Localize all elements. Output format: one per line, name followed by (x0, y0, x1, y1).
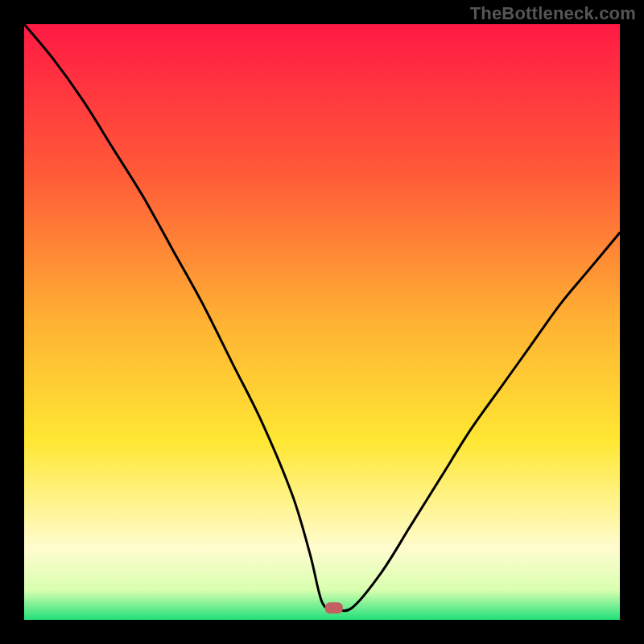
gradient-background (24, 24, 620, 620)
bottleneck-chart (24, 24, 620, 620)
chart-frame: TheBottleneck.com (0, 0, 644, 644)
minimum-marker (325, 602, 343, 613)
watermark-text: TheBottleneck.com (470, 3, 636, 24)
plot-area (24, 24, 620, 620)
